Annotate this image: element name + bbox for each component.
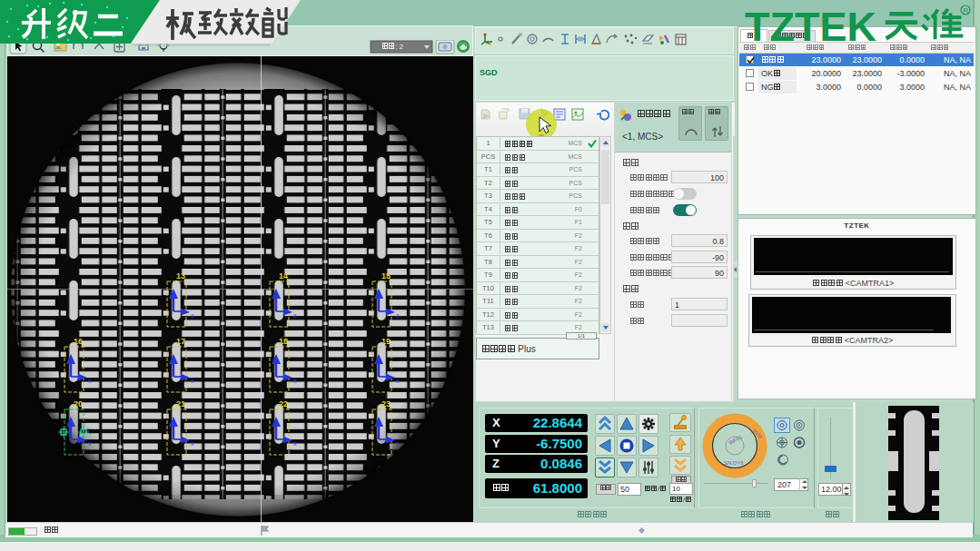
svg-text:15: 15 <box>381 271 391 280</box>
svg-text:18: 18 <box>279 337 288 346</box>
svg-text:SN:DY6: SN:DY6 <box>724 460 744 466</box>
svg-text:21: 21 <box>176 399 185 408</box>
svg-text:23: 23 <box>381 399 391 408</box>
svg-text:16: 16 <box>74 337 83 346</box>
svg-text:20: 20 <box>74 399 83 408</box>
svg-text:19: 19 <box>381 337 391 346</box>
svg-text:22: 22 <box>279 399 288 408</box>
svg-text:17: 17 <box>176 337 185 346</box>
svg-text:13: 13 <box>176 271 185 280</box>
svg-text:R: R <box>963 6 968 15</box>
svg-text:14: 14 <box>279 271 288 280</box>
